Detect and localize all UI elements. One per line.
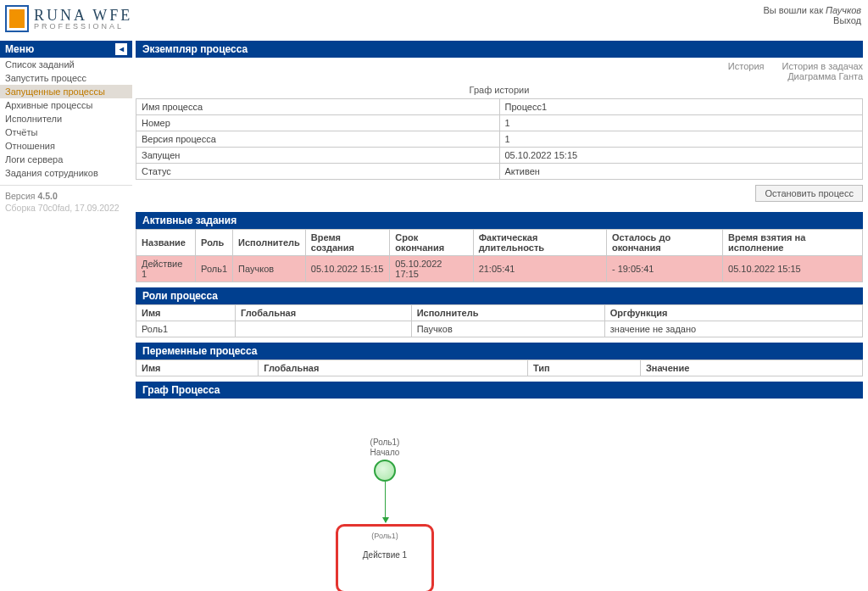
cell: Роль1 — [196, 256, 233, 282]
info-value: Активен — [499, 164, 863, 180]
process-info-table: Имя процессаПроцесс1Номер1Версия процесс… — [136, 98, 863, 180]
sidebar-item[interactable]: Задания сотрудников — [0, 166, 132, 180]
sidebar-item[interactable]: Список заданий — [0, 58, 132, 71]
logo-icon — [5, 5, 29, 32]
task-role: (Роль1) — [371, 532, 398, 540]
task-node[interactable]: (Роль1) Действие 1 — [336, 524, 434, 591]
menu-collapse-icon[interactable]: ◂ — [115, 43, 127, 55]
sidebar-item[interactable]: Запущенные процессы — [0, 85, 132, 98]
menu-header: Меню ◂ — [0, 41, 132, 58]
info-value: 1 — [499, 131, 863, 148]
logo: RUNA WFE PROFESSIONAL — [5, 5, 132, 32]
info-value: 1 — [499, 115, 863, 131]
column-header: Время взятия на исполнение — [723, 230, 863, 256]
cell: - 19:05:41 — [606, 256, 722, 282]
roles-title: Роли процесса — [136, 287, 863, 304]
build-line: Сборка 70c0fad, 17.09.2022 — [5, 203, 127, 213]
vars-table: ИмяГлобальнаяТипЗначение — [136, 360, 863, 376]
column-header: Глобальная — [259, 360, 528, 376]
column-header: Исполнитель — [233, 230, 306, 256]
start-node-icon — [374, 460, 396, 482]
column-header: Время создания — [305, 230, 390, 256]
roles-table: ИмяГлобальнаяИсполнительОргфункцияРоль1П… — [136, 304, 863, 337]
history-in-tasks-link[interactable]: История в задачах — [782, 61, 863, 71]
active-tasks-title: Активные задания — [136, 212, 863, 229]
column-header: Срок окончания — [390, 230, 473, 256]
sidebar: Меню ◂ Список заданийЗапустить процессЗа… — [0, 41, 132, 218]
logo-text-1: RUNA WFE — [34, 8, 132, 23]
column-header: Фактическая длительность — [473, 230, 606, 256]
table-row[interactable]: Действие 1Роль1Паучков05.10.2022 15:1505… — [136, 256, 863, 282]
column-header: Значение — [640, 360, 862, 376]
cell: 05.10.2022 15:15 — [305, 256, 390, 282]
column-header: Роль — [196, 230, 233, 256]
menu-title: Меню — [5, 43, 34, 55]
page-title: Экземпляр процесса — [136, 41, 863, 58]
active-tasks-table: НазваниеРольИсполнительВремя созданияСро… — [136, 229, 863, 282]
column-header: Оргфункция — [604, 305, 862, 321]
cell: значение не задано — [604, 321, 862, 337]
column-header: Тип — [527, 360, 640, 376]
header-user-block: Вы вошли как Паучков Выход — [763, 5, 861, 25]
sidebar-item[interactable]: Отношения — [0, 139, 132, 153]
cell: Действие 1 — [136, 256, 196, 282]
info-key: Номер — [136, 115, 500, 131]
column-header: Имя — [136, 360, 259, 376]
sidebar-item[interactable]: Отчёты — [0, 125, 132, 139]
column-header: Исполнитель — [411, 305, 604, 321]
cell: Паучков — [233, 256, 306, 282]
arrow-icon — [385, 482, 386, 522]
gantt-link[interactable]: Диаграмма Ганта — [787, 71, 863, 81]
sidebar-item[interactable]: Запустить процесс — [0, 71, 132, 85]
logo-text-2: PROFESSIONAL — [34, 23, 132, 31]
vars-title: Переменные процесса — [136, 343, 863, 360]
info-value: Процесс1 — [499, 99, 863, 115]
cell: Роль1 — [136, 321, 236, 337]
column-header: Осталось до окончания — [606, 230, 722, 256]
logged-in-prefix: Вы вошли как — [763, 5, 826, 15]
top-links: История История в задачах Диаграмма Гант… — [136, 58, 863, 83]
cell: Паучков — [411, 321, 604, 337]
sidebar-item[interactable]: Архивные процессы — [0, 98, 132, 112]
cell: 21:05:41 — [473, 256, 606, 282]
column-header: Название — [136, 230, 196, 256]
username-link[interactable]: Паучков — [826, 5, 861, 15]
process-graph-title: Граф Процесса — [136, 382, 863, 399]
history-graph-link[interactable]: Граф истории — [470, 85, 530, 95]
cell: 05.10.2022 15:15 — [723, 256, 863, 282]
history-link[interactable]: История — [728, 61, 765, 71]
column-header: Имя — [136, 305, 236, 321]
info-key: Запущен — [136, 148, 500, 164]
sidebar-footer: Версия 4.5.0 Сборка 70c0fad, 17.09.2022 — [0, 185, 132, 218]
version-label: Версия — [5, 191, 37, 201]
info-key: Имя процесса — [136, 99, 500, 115]
process-graph: (Роль1) Начало (Роль1) Действие 1 Оконча… — [136, 405, 863, 591]
info-value: 05.10.2022 15:15 — [499, 148, 863, 164]
cell: 05.10.2022 17:15 — [390, 256, 473, 282]
column-header: Глобальная — [236, 305, 412, 321]
graph-start-role: (Роль1) — [309, 438, 461, 448]
task-name: Действие 1 — [363, 550, 407, 560]
info-key: Статус — [136, 164, 500, 180]
sidebar-item[interactable]: Логи сервера — [0, 153, 132, 166]
sidebar-item[interactable]: Исполнители — [0, 112, 132, 125]
graph-start-label: Начало — [309, 448, 461, 458]
info-key: Версия процесса — [136, 131, 500, 148]
cell — [236, 321, 412, 337]
stop-process-button[interactable]: Остановить процесс — [755, 185, 863, 202]
table-row: Роль1Паучковзначение не задано — [136, 321, 863, 337]
main-content: Экземпляр процесса История История в зад… — [132, 41, 868, 591]
logout-link[interactable]: Выход — [833, 15, 861, 25]
header: RUNA WFE PROFESSIONAL Вы вошли как Паучк… — [0, 0, 868, 41]
menu-items: Список заданийЗапустить процессЗапущенны… — [0, 58, 132, 180]
version-value: 4.5.0 — [37, 191, 57, 201]
